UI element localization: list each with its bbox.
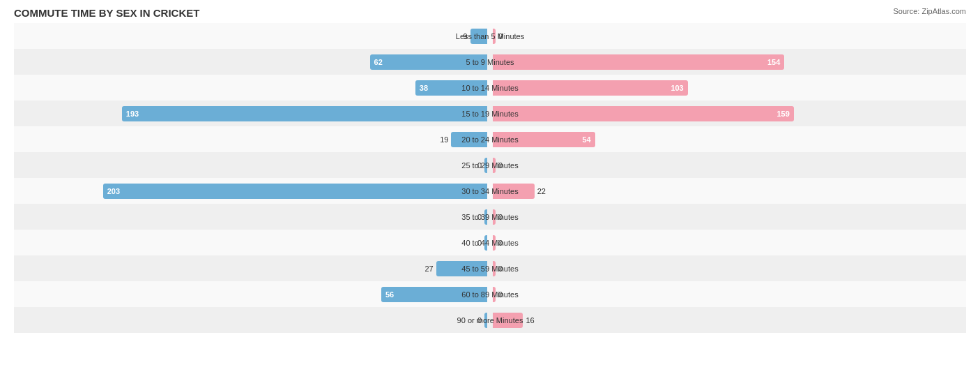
female-value: 16	[526, 316, 534, 325]
female-bar	[493, 209, 496, 225]
female-value: 0	[498, 239, 503, 247]
left-section: 9	[14, 23, 490, 49]
female-bar	[493, 261, 496, 276]
right-section: 0	[490, 255, 966, 281]
chart-row: 035 to 39 Minutes0	[14, 204, 966, 230]
female-bar	[493, 313, 523, 328]
left-section: 0	[14, 307, 490, 333]
female-bar	[493, 29, 496, 44]
male-bar	[484, 235, 487, 251]
male-bar: 62	[370, 54, 487, 70]
female-value-inside: 103	[671, 84, 683, 92]
right-section: 16	[490, 307, 966, 333]
right-section: 54	[490, 126, 966, 152]
female-bar: 54	[493, 132, 595, 147]
male-bar	[484, 158, 487, 173]
female-bar	[493, 287, 496, 302]
male-bar: 38	[415, 80, 487, 96]
chart-row: 19315 to 19 Minutes159	[14, 100, 966, 126]
chart-area: 9Less than 5 Minutes0625 to 9 Minutes154…	[14, 23, 966, 316]
female-value: 0	[498, 265, 503, 273]
male-value-inside: 38	[420, 84, 428, 92]
chart-row: 9Less than 5 Minutes0	[14, 23, 966, 49]
chart-row: 5660 to 89 Minutes0	[14, 281, 966, 307]
female-value-inside: 159	[776, 110, 789, 118]
male-value: 0	[477, 316, 482, 325]
male-bar	[484, 313, 487, 328]
male-bar: 203	[103, 184, 487, 199]
source-label: Source: ZipAtlas.com	[893, 7, 966, 15]
male-value-inside: 193	[126, 110, 139, 118]
male-value: 0	[477, 213, 482, 221]
female-bar: 159	[493, 106, 794, 121]
left-section: 38	[14, 75, 490, 100]
right-section: 22	[490, 178, 966, 204]
chart-row: 625 to 9 Minutes154	[14, 49, 966, 75]
left-section: 27	[14, 255, 490, 281]
right-section: 0	[490, 152, 966, 178]
male-bar: 193	[122, 106, 487, 121]
female-value: 0	[498, 161, 503, 170]
chart-title: COMMUTE TIME BY SEX IN CRICKET	[14, 7, 966, 19]
female-value: 0	[498, 213, 503, 221]
male-bar	[470, 29, 487, 44]
chart-container: COMMUTE TIME BY SEX IN CRICKET Source: Z…	[0, 0, 980, 365]
left-section: 62	[14, 49, 490, 75]
female-value: 0	[498, 290, 503, 299]
male-bar	[451, 132, 487, 147]
male-bar: 56	[381, 287, 487, 302]
chart-row: 2745 to 59 Minutes0	[14, 255, 966, 281]
female-value-inside: 54	[582, 135, 590, 144]
chart-row: 1920 to 24 Minutes54	[14, 126, 966, 152]
female-value-inside: 154	[767, 58, 780, 66]
chart-row: 20330 to 34 Minutes22	[14, 178, 966, 204]
right-section: 154	[490, 49, 966, 75]
male-value: 0	[477, 239, 482, 247]
male-value: 9	[463, 32, 467, 40]
right-section: 0	[490, 23, 966, 49]
right-section: 0	[490, 281, 966, 307]
male-value-inside: 203	[107, 187, 120, 195]
left-section: 56	[14, 281, 490, 307]
male-value: 19	[440, 135, 448, 144]
right-section: 0	[490, 230, 966, 255]
right-section: 103	[490, 75, 966, 100]
right-section: 0	[490, 204, 966, 230]
female-bar	[493, 158, 496, 173]
left-section: 0	[14, 152, 490, 178]
male-bar	[484, 209, 487, 225]
male-value: 27	[424, 265, 433, 273]
chart-row: 025 to 29 Minutes0	[14, 152, 966, 178]
female-bar	[493, 235, 496, 251]
left-section: 203	[14, 178, 490, 204]
male-value-inside: 62	[374, 58, 383, 66]
chart-row: 040 to 44 Minutes0	[14, 230, 966, 255]
female-bar: 154	[493, 54, 784, 70]
chart-row: 3810 to 14 Minutes103	[14, 75, 966, 100]
right-section: 159	[490, 100, 966, 126]
left-section: 0	[14, 204, 490, 230]
female-value: 22	[537, 187, 546, 195]
chart-row: 090 or more Minutes16	[14, 307, 966, 333]
male-value: 0	[477, 161, 482, 170]
left-section: 193	[14, 100, 490, 126]
female-value: 0	[498, 32, 503, 40]
male-value-inside: 56	[385, 290, 394, 299]
left-section: 0	[14, 230, 490, 255]
female-bar: 103	[493, 80, 688, 96]
female-bar	[493, 184, 535, 199]
male-bar	[436, 261, 487, 276]
left-section: 19	[14, 126, 490, 152]
